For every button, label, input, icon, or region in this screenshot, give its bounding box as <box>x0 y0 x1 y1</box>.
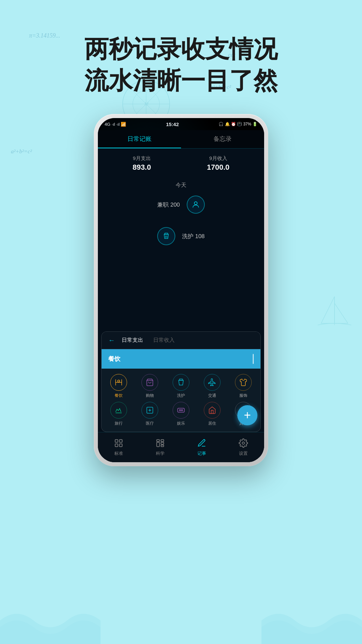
popup-header: ← 日常支出 日常收入 <box>102 332 260 349</box>
nav-standard-label: 标准 <box>114 450 123 457</box>
fab-add-button[interactable]: + <box>237 405 257 425</box>
bg-sailboat <box>314 290 355 330</box>
transaction-wash-icon <box>157 227 175 245</box>
cat-travel[interactable]: 旅行 <box>105 402 133 426</box>
transaction-list: 兼职 200 <box>98 189 264 262</box>
svg-rect-37 <box>119 444 122 446</box>
cat-shopping-label: 购物 <box>146 393 154 398</box>
cat-medical[interactable]: 医疗 <box>136 402 164 426</box>
cat-transport[interactable]: 交通 <box>198 374 226 398</box>
cat-entertainment-label: 娱乐 <box>177 421 185 426</box>
cat-wash-label: 洗护 <box>177 393 185 398</box>
svg-point-32 <box>181 410 183 411</box>
svg-rect-38 <box>157 439 160 441</box>
stat-expense-value: 893.0 <box>132 163 151 172</box>
cat-wash-icon <box>173 374 189 391</box>
nav-memo-label: 记事 <box>197 450 206 457</box>
stat-income: 9月收入 1700.0 <box>207 155 229 172</box>
stats-row: 9月支出 893.0 9月收入 1700.0 <box>98 149 264 178</box>
nav-science-label: 科学 <box>156 450 165 457</box>
svg-rect-30 <box>178 408 184 412</box>
svg-rect-41 <box>161 442 164 444</box>
cat-medical-label: 医疗 <box>146 421 154 426</box>
cat-housing[interactable]: 居住 <box>198 402 226 426</box>
stat-income-label: 9月收入 <box>207 155 229 162</box>
nav-standard[interactable]: 标准 <box>114 438 123 457</box>
nav-settings[interactable]: 设置 <box>239 438 248 457</box>
cat-travel-icon <box>110 402 127 419</box>
bottom-nav: 标准 科学 <box>98 432 264 462</box>
phone-inner: 4G ·ıl ·ıl 📶 15:42 🎧 🔔 ⏰ 📳 37% 🔋 日常记账 备忘… <box>98 118 264 462</box>
category-grid: 餐饮 购物 <box>102 369 260 432</box>
headline: 两秒记录收支情况 流水清晰一目了然 <box>0 0 362 110</box>
doodle-4: a²+b²=c² <box>11 148 32 155</box>
svg-point-26 <box>118 380 120 382</box>
cat-clothing-icon <box>235 374 252 391</box>
svg-rect-34 <box>115 439 118 442</box>
cat-clothing[interactable]: 服饰 <box>229 374 257 398</box>
stat-income-value: 1700.0 <box>207 163 229 172</box>
nav-memo[interactable]: 记事 <box>197 438 206 457</box>
app-screen: 日常记账 备忘录 9月支出 893.0 9月收入 1700.0 <box>98 130 264 462</box>
cat-housing-icon <box>204 402 221 419</box>
cat-dining-label: 餐饮 <box>115 393 123 398</box>
phone-outer: 4G ·ıl ·ıl 📶 15:42 🎧 🔔 ⏰ 📳 37% 🔋 日常记账 备忘… <box>94 114 268 466</box>
svg-rect-36 <box>115 444 118 446</box>
selected-category-label: 餐饮 <box>108 355 120 363</box>
svg-rect-42 <box>161 445 164 446</box>
cat-dining-icon <box>110 374 127 391</box>
nav-settings-label: 设置 <box>239 450 248 457</box>
nav-settings-icon <box>239 438 248 449</box>
stat-expense-label: 9月支出 <box>132 155 151 162</box>
nav-standard-icon <box>114 438 123 449</box>
tab-memo[interactable]: 备忘录 <box>181 130 264 148</box>
selected-category-bar: 餐饮 <box>102 349 260 369</box>
bg-wave-left <box>0 594 101 644</box>
cat-entertainment[interactable]: 娱乐 <box>167 402 195 426</box>
selected-bar-indicator <box>253 354 254 364</box>
svg-point-24 <box>194 202 197 205</box>
headline-line2: 流水清晰一目了然 <box>84 67 278 94</box>
stat-expense: 9月支出 893.0 <box>132 155 151 172</box>
cat-medical-icon <box>141 402 158 419</box>
transaction-wash-label: 洗护 108 <box>182 232 204 240</box>
cat-clothing-label: 服饰 <box>239 393 247 398</box>
popup-back-button[interactable]: ← <box>108 336 115 344</box>
headline-line1: 两秒记录收支情况 <box>84 36 278 62</box>
tab-daily-accounting[interactable]: 日常记账 <box>98 130 181 148</box>
transaction-parttime: 兼职 200 <box>108 196 254 214</box>
cat-shopping[interactable]: 购物 <box>136 374 164 398</box>
phone-mockup: 4G ·ıl ·ıl 📶 15:42 🎧 🔔 ⏰ 📳 37% 🔋 日常记账 备忘… <box>94 114 268 466</box>
transaction-parttime-label: 兼职 200 <box>157 201 180 209</box>
cat-dining[interactable]: 餐饮 <box>105 374 133 398</box>
cat-housing-label: 居住 <box>208 421 216 426</box>
transaction-wash: 洗护 108 <box>108 227 254 245</box>
svg-point-43 <box>242 442 245 444</box>
cat-wash[interactable]: 洗护 <box>167 374 195 398</box>
cat-entertainment-icon <box>173 402 189 419</box>
bg-wave-right <box>261 594 362 644</box>
svg-rect-35 <box>119 439 122 442</box>
nav-memo-icon <box>197 438 206 449</box>
transaction-parttime-icon <box>187 196 205 214</box>
svg-rect-39 <box>161 439 164 441</box>
cat-shopping-icon <box>141 374 158 391</box>
cat-transport-label: 交通 <box>208 393 216 398</box>
popup-expense-tab[interactable]: 日常支出 <box>122 337 143 344</box>
svg-point-31 <box>179 410 181 411</box>
popup-income-tab[interactable]: 日常收入 <box>153 337 175 344</box>
tab-bar: 日常记账 备忘录 <box>98 130 264 149</box>
svg-rect-40 <box>157 442 160 446</box>
category-popup: ← 日常支出 日常收入 餐饮 <box>101 331 261 432</box>
cat-transport-icon <box>204 374 221 391</box>
today-label: 今天 <box>98 182 264 189</box>
nav-science-icon <box>156 438 165 449</box>
nav-science[interactable]: 科学 <box>156 438 165 457</box>
cat-travel-label: 旅行 <box>115 421 123 426</box>
